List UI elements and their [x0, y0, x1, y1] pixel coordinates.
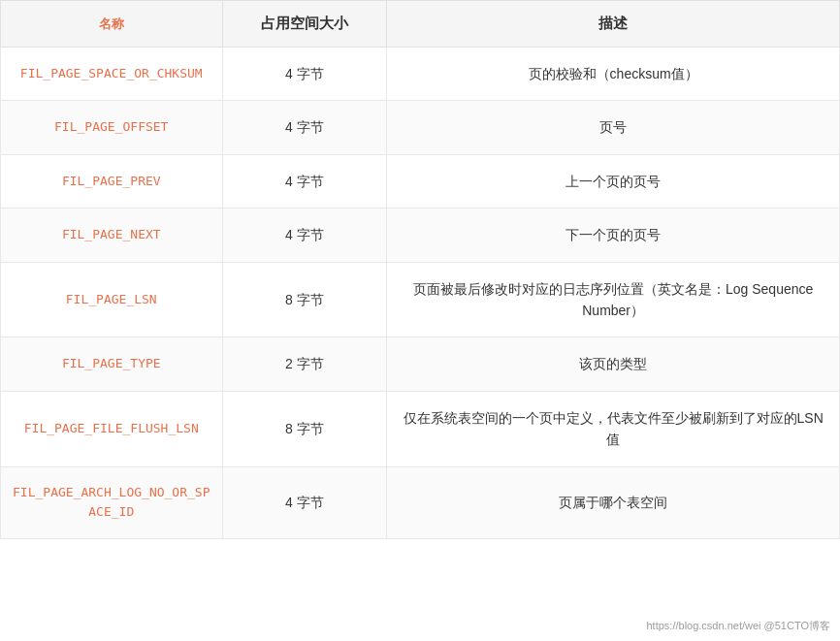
cell-desc: 页属于哪个表空间 [387, 466, 840, 539]
watermark: https://blog.csdn.net/wei @51CTO博客 [647, 619, 831, 633]
cell-size: 4 字节 [222, 208, 387, 262]
cell-size: 4 字节 [222, 154, 387, 208]
cell-desc: 页的校验和（checksum值） [387, 48, 840, 101]
cell-size: 4 字节 [222, 48, 387, 101]
cell-size: 4 字节 [222, 101, 387, 154]
table-row: FIL_PAGE_PREV4 字节上一个页的页号 [1, 154, 840, 208]
cell-name: FIL_PAGE_OFFSET [1, 101, 223, 154]
table-header-row: 名称 占用空间大小 描述 [1, 1, 840, 48]
header-name: 名称 [1, 1, 223, 48]
cell-desc: 下一个页的页号 [387, 208, 840, 262]
cell-name: FIL_PAGE_FILE_FLUSH_LSN [1, 391, 223, 466]
data-table: 名称 占用空间大小 描述 FIL_PAGE_SPACE_OR_CHKSUM4 字… [0, 0, 840, 539]
cell-name: FIL_PAGE_PREV [1, 154, 223, 208]
cell-name: FIL_PAGE_ARCH_LOG_NO_OR_SPACE_ID [1, 466, 223, 539]
cell-name: FIL_PAGE_NEXT [1, 208, 223, 262]
table-row: FIL_PAGE_ARCH_LOG_NO_OR_SPACE_ID4 字节页属于哪… [1, 466, 840, 539]
cell-desc: 页面被最后修改时对应的日志序列位置（英文名是：Log Sequence Numb… [387, 262, 840, 337]
table-row: FIL_PAGE_SPACE_OR_CHKSUM4 字节页的校验和（checks… [1, 48, 840, 101]
cell-size: 2 字节 [222, 337, 387, 391]
table-row: FIL_PAGE_TYPE2 字节该页的类型 [1, 337, 840, 391]
cell-desc: 上一个页的页号 [387, 154, 840, 208]
cell-size: 8 字节 [222, 262, 387, 337]
header-desc: 描述 [387, 1, 840, 48]
cell-size: 4 字节 [222, 466, 387, 539]
cell-desc: 该页的类型 [387, 337, 840, 391]
cell-name: FIL_PAGE_TYPE [1, 337, 223, 391]
table-row: FIL_PAGE_NEXT4 字节下一个页的页号 [1, 208, 840, 262]
cell-name: FIL_PAGE_SPACE_OR_CHKSUM [1, 48, 223, 101]
cell-desc: 仅在系统表空间的一个页中定义，代表文件至少被刷新到了对应的LSN值 [387, 391, 840, 466]
table-row: FIL_PAGE_FILE_FLUSH_LSN8 字节仅在系统表空间的一个页中定… [1, 391, 840, 466]
cell-size: 8 字节 [222, 391, 387, 466]
table-row: FIL_PAGE_OFFSET4 字节页号 [1, 101, 840, 154]
table-row: FIL_PAGE_LSN8 字节页面被最后修改时对应的日志序列位置（英文名是：L… [1, 262, 840, 337]
cell-name: FIL_PAGE_LSN [1, 262, 223, 337]
main-container: 名称 占用空间大小 描述 FIL_PAGE_SPACE_OR_CHKSUM4 字… [0, 0, 840, 641]
cell-desc: 页号 [387, 101, 840, 154]
header-size: 占用空间大小 [222, 1, 387, 48]
